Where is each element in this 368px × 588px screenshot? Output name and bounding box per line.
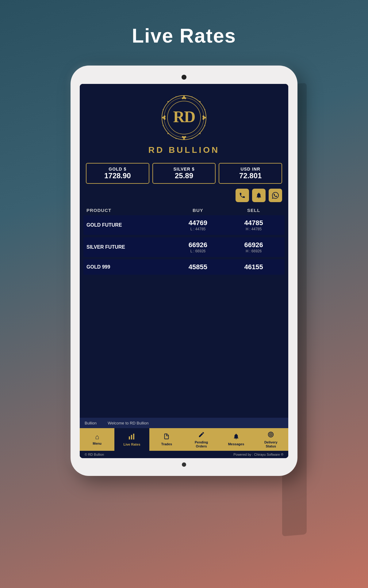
nav-live-rates[interactable]: Live Rates: [114, 428, 149, 451]
delivery-status-label: DeliveryStatus: [264, 440, 278, 448]
copyright: © RD Bullion: [85, 453, 104, 456]
buy-silver-future: 66926 L : 66926: [170, 241, 226, 253]
app-content: RD RD BULLION GOLD $ 1728.90 SILVER $ 25…: [80, 84, 288, 458]
svg-point-11: [192, 96, 193, 97]
action-icons: [80, 189, 288, 205]
svg-point-6: [167, 101, 169, 102]
page-title: Live Rates: [132, 24, 236, 47]
svg-point-9: [199, 133, 201, 134]
tablet-screen: RD RD BULLION GOLD $ 1728.90 SILVER $ 25…: [80, 84, 288, 458]
menu-label: Menu: [93, 442, 102, 446]
trades-label: Trades: [161, 442, 172, 446]
nav-messages[interactable]: Messages: [219, 428, 253, 451]
table-header: PRODUCT BUY SELL: [83, 205, 285, 215]
product-gold-999: GOLD 999: [86, 264, 170, 270]
messages-icon: [233, 433, 240, 441]
svg-point-7: [199, 101, 201, 102]
svg-rect-21: [129, 436, 130, 439]
delivery-status-icon: [267, 431, 274, 439]
product-silver-future: SILVER FUTURE: [86, 244, 170, 250]
header-sell: SELL: [226, 208, 282, 213]
whatsapp-button[interactable]: [269, 189, 282, 202]
svg-point-15: [205, 109, 205, 110]
rate-boxes: GOLD $ 1728.90 SILVER $ 25.89 USD INR 72…: [80, 163, 288, 184]
sell-gold-999: 46155: [226, 263, 282, 271]
ticker-text: Bullion Welcome to RD Bullion: [85, 421, 149, 425]
svg-point-14: [163, 109, 164, 110]
tablet-home-button[interactable]: [182, 462, 186, 467]
brand-name: RD BULLION: [148, 145, 220, 155]
usd-label: USD INR: [222, 167, 279, 172]
gold-rate-box: GOLD $ 1728.90: [86, 163, 149, 184]
usd-rate-box: USD INR 72.801: [219, 163, 282, 184]
svg-rect-23: [133, 434, 134, 439]
nav-trades[interactable]: Trades: [149, 428, 184, 451]
table-row: SILVER FUTURE 66926 L : 66926 66926 H : …: [83, 237, 285, 257]
usd-value: 72.801: [222, 172, 279, 180]
buy-gold-999: 45855: [170, 263, 226, 271]
svg-point-13: [192, 138, 193, 139]
nav-menu[interactable]: ⌂ Menu: [80, 428, 114, 451]
app-footer: © RD Bullion Powered by : Chirayu Softwa…: [80, 451, 288, 458]
gold-value: 1728.90: [89, 172, 146, 180]
live-rates-icon: [128, 433, 136, 441]
ticker-bar: Bullion Welcome to RD Bullion: [80, 418, 288, 428]
logo-area: RD RD BULLION: [80, 84, 288, 163]
svg-point-16: [163, 125, 164, 126]
bottom-nav: ⌂ Menu Live Rates Trades: [80, 428, 288, 451]
svg-point-17: [205, 125, 205, 126]
live-rates-label: Live Rates: [123, 443, 140, 447]
silver-label: SILVER $: [155, 167, 213, 172]
buy-gold-future: 44769 L : 44785: [170, 219, 226, 231]
svg-text:RD: RD: [173, 108, 195, 126]
messages-label: Messages: [228, 442, 244, 446]
svg-point-12: [176, 138, 177, 139]
nav-pending-orders[interactable]: PendingOrders: [184, 428, 219, 451]
nav-delivery-status[interactable]: DeliveryStatus: [254, 428, 288, 451]
silver-value: 25.89: [155, 172, 213, 180]
bell-button[interactable]: [252, 189, 266, 202]
trades-icon: [163, 433, 170, 441]
table-row: GOLD 999 45855 46155: [83, 259, 285, 275]
pending-orders-label: PendingOrders: [195, 440, 208, 448]
tablet-camera: [182, 75, 186, 80]
svg-rect-22: [131, 435, 132, 439]
header-buy: BUY: [170, 208, 226, 213]
sell-gold-future: 44785 H : 44785: [226, 219, 282, 231]
powered-by: Powered by : Chirayu Software ®: [233, 453, 283, 456]
svg-point-10: [176, 96, 177, 97]
sell-silver-future: 66926 H : 66926: [226, 241, 282, 253]
menu-icon: ⌂: [95, 434, 99, 440]
table-row: GOLD FUTURE 44769 L : 44785 44785 H : 44…: [83, 215, 285, 235]
rates-table: PRODUCT BUY SELL GOLD FUTURE 44769 L : 4…: [80, 205, 288, 418]
svg-point-8: [167, 133, 169, 134]
tablet-frame: RD RD BULLION GOLD $ 1728.90 SILVER $ 25…: [71, 66, 297, 476]
gold-label: GOLD $: [89, 167, 146, 172]
logo-emblem: RD: [159, 93, 209, 142]
silver-rate-box: SILVER $ 25.89: [152, 163, 216, 184]
header-product: PRODUCT: [86, 208, 170, 213]
pending-orders-icon: [198, 431, 205, 439]
phone-button[interactable]: [236, 189, 249, 202]
product-gold-future: GOLD FUTURE: [86, 222, 170, 228]
